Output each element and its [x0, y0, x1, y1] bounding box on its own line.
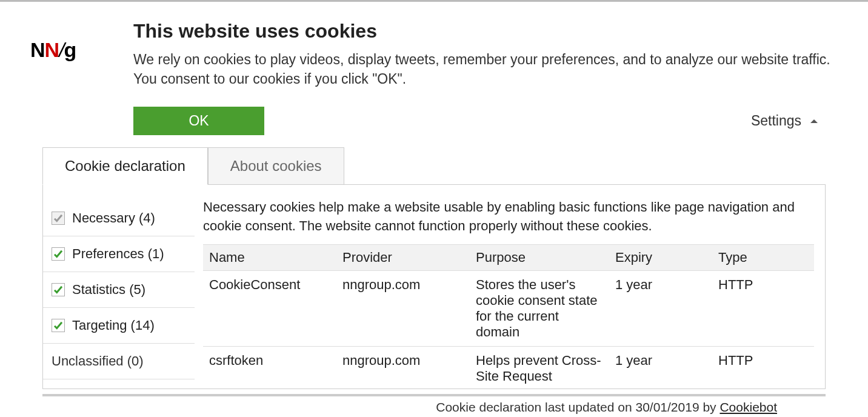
category-label: Unclassified (0)	[52, 353, 144, 369]
footer-link[interactable]: Cookiebot	[719, 400, 777, 414]
checkbox-targeting[interactable]	[52, 319, 65, 332]
logo-g: g	[64, 38, 76, 61]
category-label: Necessary (4)	[72, 210, 155, 226]
logo-n2: N	[45, 38, 59, 61]
cell-type: HTTP	[712, 346, 814, 389]
col-type: Type	[712, 244, 814, 270]
cell-provider: nngroup.com	[336, 270, 470, 346]
category-label: Statistics (5)	[72, 282, 145, 298]
banner-description: We rely on cookies to play videos, displ…	[133, 50, 838, 88]
category-preferences[interactable]: Preferences (1)	[43, 236, 195, 272]
tabs: Cookie declaration About cookies	[42, 147, 826, 185]
table-row: csrftoken nngroup.com Helps prevent Cros…	[203, 346, 814, 389]
cell-expiry: 1 year	[609, 270, 712, 346]
cell-expiry: 1 year	[609, 346, 712, 389]
checkbox-preferences[interactable]	[52, 247, 65, 261]
table-row: CookieConsent nngroup.com Stores the use…	[203, 270, 814, 346]
col-expiry: Expiry	[609, 244, 712, 270]
col-provider: Provider	[336, 244, 470, 270]
banner-title: This website uses cookies	[133, 20, 838, 42]
checkbox-statistics[interactable]	[52, 283, 65, 296]
col-name: Name	[203, 244, 336, 270]
settings-panel: Cookie declaration About cookies Necessa…	[42, 147, 826, 389]
category-sidebar: Necessary (4) Preferences (1) Statistics…	[43, 185, 195, 389]
logo-n1: N	[30, 38, 45, 61]
cell-name: csrftoken	[203, 346, 336, 389]
category-description: Necessary cookies help make a website us…	[203, 198, 814, 236]
category-label: Preferences (1)	[72, 246, 164, 262]
chevron-up-icon	[809, 116, 820, 127]
category-unclassified[interactable]: Unclassified (0)	[43, 344, 195, 379]
tab-cookie-declaration[interactable]: Cookie declaration	[42, 147, 208, 185]
ok-button[interactable]: OK	[133, 107, 264, 135]
footer-text: Cookie declaration last updated on 30/01…	[436, 400, 719, 414]
category-necessary[interactable]: Necessary (4)	[43, 185, 195, 236]
category-statistics[interactable]: Statistics (5)	[43, 272, 195, 308]
cell-provider: nngroup.com	[336, 346, 470, 389]
category-targeting[interactable]: Targeting (14)	[43, 308, 195, 344]
settings-label: Settings	[751, 113, 801, 129]
tab-about-cookies[interactable]: About cookies	[208, 147, 344, 185]
cell-name: CookieConsent	[203, 270, 336, 346]
col-purpose: Purpose	[470, 244, 609, 270]
cell-purpose: Stores the user's cookie consent state f…	[470, 270, 609, 346]
category-label: Targeting (14)	[72, 318, 155, 333]
cell-type: HTTP	[712, 270, 814, 346]
logo: NN/g	[30, 20, 109, 107]
cell-purpose: Helps prevent Cross-Site Request	[470, 346, 609, 389]
settings-toggle[interactable]: Settings	[751, 113, 820, 129]
logo-slash: /	[59, 38, 64, 61]
checkbox-necessary	[52, 212, 65, 225]
footer: Cookie declaration last updated on 30/01…	[42, 394, 826, 415]
cookie-table: Name Provider Purpose Expiry Type Cookie…	[203, 244, 814, 389]
category-detail: Necessary cookies help make a website us…	[195, 185, 825, 389]
